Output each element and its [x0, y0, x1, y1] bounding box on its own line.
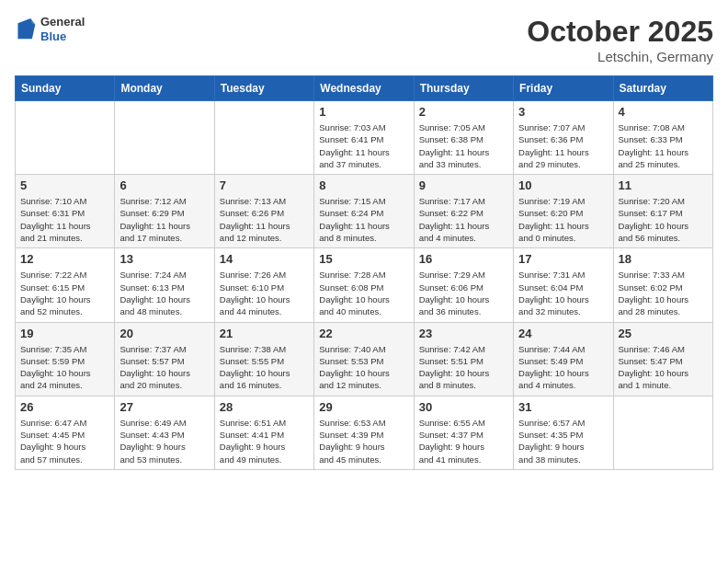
cell-day-number: 26 [20, 400, 109, 414]
cell-info-text: Sunrise: 7:15 AM Sunset: 6:24 PM Dayligh… [319, 195, 408, 244]
calendar-cell: 8Sunrise: 7:15 AM Sunset: 6:24 PM Daylig… [314, 175, 414, 248]
cell-day-number: 25 [619, 327, 708, 340]
cell-day-number: 29 [319, 400, 408, 414]
calendar-cell [115, 101, 214, 175]
calendar-cell: 29Sunrise: 6:53 AM Sunset: 4:39 PM Dayli… [314, 396, 414, 469]
cell-day-number: 6 [119, 178, 209, 192]
cell-day-number: 16 [419, 252, 508, 266]
logo-general: General [40, 15, 85, 29]
cell-info-text: Sunrise: 7:20 AM Sunset: 6:17 PM Dayligh… [619, 195, 708, 244]
cell-info-text: Sunrise: 6:49 AM Sunset: 4:43 PM Dayligh… [119, 417, 209, 465]
calendar-cell: 16Sunrise: 7:29 AM Sunset: 6:06 PM Dayli… [414, 248, 513, 322]
cell-day-number: 1 [319, 105, 408, 119]
cell-info-text: Sunrise: 7:08 AM Sunset: 6:33 PM Dayligh… [619, 121, 708, 170]
calendar-cell: 26Sunrise: 6:47 AM Sunset: 4:45 PM Dayli… [16, 396, 115, 469]
cell-day-number: 27 [119, 400, 209, 414]
calendar-cell: 21Sunrise: 7:38 AM Sunset: 5:55 PM Dayli… [214, 322, 313, 396]
cell-info-text: Sunrise: 7:07 AM Sunset: 6:36 PM Dayligh… [518, 121, 608, 170]
cell-day-number: 30 [419, 400, 508, 414]
cell-day-number: 24 [518, 327, 608, 340]
cell-info-text: Sunrise: 7:26 AM Sunset: 6:10 PM Dayligh… [220, 269, 309, 317]
cell-day-number: 31 [518, 400, 608, 414]
cell-day-number: 15 [319, 252, 408, 266]
cell-day-number: 23 [419, 327, 508, 340]
cell-info-text: Sunrise: 7:13 AM Sunset: 6:26 PM Dayligh… [220, 195, 309, 244]
cell-info-text: Sunrise: 7:33 AM Sunset: 6:02 PM Dayligh… [619, 269, 708, 317]
location: Letschin, Germany [527, 49, 713, 64]
weekday-header-monday: Monday [115, 76, 214, 101]
calendar-cell [613, 396, 712, 469]
cell-info-text: Sunrise: 7:12 AM Sunset: 6:29 PM Dayligh… [119, 195, 209, 244]
calendar-cell: 9Sunrise: 7:17 AM Sunset: 6:22 PM Daylig… [414, 175, 513, 248]
page-header: General Blue October 2025 Letschin, Germ… [15, 15, 713, 64]
cell-day-number: 18 [619, 252, 708, 266]
cell-info-text: Sunrise: 7:35 AM Sunset: 5:59 PM Dayligh… [20, 343, 109, 392]
cell-info-text: Sunrise: 6:51 AM Sunset: 4:41 PM Dayligh… [220, 417, 309, 465]
week-row-0: 1Sunrise: 7:03 AM Sunset: 6:41 PM Daylig… [16, 101, 713, 175]
cell-day-number: 17 [518, 252, 608, 266]
cell-day-number: 8 [319, 178, 408, 192]
cell-info-text: Sunrise: 7:40 AM Sunset: 5:53 PM Dayligh… [319, 343, 408, 392]
cell-day-number: 28 [220, 400, 309, 414]
calendar-cell: 3Sunrise: 7:07 AM Sunset: 6:36 PM Daylig… [514, 101, 613, 175]
weekday-header-tuesday: Tuesday [214, 76, 313, 101]
cell-day-number: 21 [220, 327, 309, 340]
cell-day-number: 5 [20, 178, 109, 192]
calendar-table: SundayMondayTuesdayWednesdayThursdayFrid… [15, 75, 713, 470]
calendar-cell: 19Sunrise: 7:35 AM Sunset: 5:59 PM Dayli… [16, 322, 115, 396]
calendar-cell: 15Sunrise: 7:28 AM Sunset: 6:08 PM Dayli… [314, 248, 414, 322]
cell-info-text: Sunrise: 7:42 AM Sunset: 5:51 PM Dayligh… [419, 343, 508, 392]
cell-day-number: 12 [20, 252, 109, 266]
cell-info-text: Sunrise: 7:03 AM Sunset: 6:41 PM Dayligh… [319, 121, 408, 170]
month-title: October 2025 [527, 15, 713, 49]
cell-info-text: Sunrise: 7:10 AM Sunset: 6:31 PM Dayligh… [20, 195, 109, 244]
calendar-cell: 14Sunrise: 7:26 AM Sunset: 6:10 PM Dayli… [214, 248, 313, 322]
calendar-cell: 23Sunrise: 7:42 AM Sunset: 5:51 PM Dayli… [414, 322, 513, 396]
calendar-cell: 24Sunrise: 7:44 AM Sunset: 5:49 PM Dayli… [514, 322, 613, 396]
cell-info-text: Sunrise: 7:29 AM Sunset: 6:06 PM Dayligh… [419, 269, 508, 317]
calendar-cell: 7Sunrise: 7:13 AM Sunset: 6:26 PM Daylig… [214, 175, 313, 248]
calendar-cell: 31Sunrise: 6:57 AM Sunset: 4:35 PM Dayli… [514, 396, 613, 469]
calendar-cell: 12Sunrise: 7:22 AM Sunset: 6:15 PM Dayli… [16, 248, 115, 322]
cell-info-text: Sunrise: 6:57 AM Sunset: 4:35 PM Dayligh… [518, 417, 608, 465]
weekday-header-sunday: Sunday [16, 76, 115, 101]
cell-info-text: Sunrise: 7:19 AM Sunset: 6:20 PM Dayligh… [518, 195, 608, 244]
cell-day-number: 22 [319, 327, 408, 340]
calendar-cell: 22Sunrise: 7:40 AM Sunset: 5:53 PM Dayli… [314, 322, 414, 396]
cell-day-number: 19 [20, 327, 109, 340]
calendar-cell: 2Sunrise: 7:05 AM Sunset: 6:38 PM Daylig… [414, 101, 513, 175]
weekday-header-saturday: Saturday [613, 76, 712, 101]
week-row-3: 19Sunrise: 7:35 AM Sunset: 5:59 PM Dayli… [16, 322, 713, 396]
calendar-cell: 30Sunrise: 6:55 AM Sunset: 4:37 PM Dayli… [414, 396, 513, 469]
cell-day-number: 7 [220, 178, 309, 192]
calendar-cell: 4Sunrise: 7:08 AM Sunset: 6:33 PM Daylig… [613, 101, 712, 175]
week-row-4: 26Sunrise: 6:47 AM Sunset: 4:45 PM Dayli… [16, 396, 713, 469]
calendar-cell: 13Sunrise: 7:24 AM Sunset: 6:13 PM Dayli… [115, 248, 214, 322]
cell-day-number: 3 [518, 105, 608, 119]
calendar-cell: 5Sunrise: 7:10 AM Sunset: 6:31 PM Daylig… [16, 175, 115, 248]
cell-info-text: Sunrise: 6:47 AM Sunset: 4:45 PM Dayligh… [20, 417, 109, 465]
calendar-cell: 18Sunrise: 7:33 AM Sunset: 6:02 PM Dayli… [613, 248, 712, 322]
cell-info-text: Sunrise: 7:24 AM Sunset: 6:13 PM Dayligh… [119, 269, 209, 317]
cell-day-number: 4 [619, 105, 708, 119]
weekday-header-row: SundayMondayTuesdayWednesdayThursdayFrid… [16, 76, 713, 101]
cell-day-number: 14 [220, 252, 309, 266]
logo-text: General Blue [40, 15, 85, 43]
calendar-cell: 28Sunrise: 6:51 AM Sunset: 4:41 PM Dayli… [214, 396, 313, 469]
cell-info-text: Sunrise: 7:17 AM Sunset: 6:22 PM Dayligh… [419, 195, 508, 244]
cell-day-number: 2 [419, 105, 508, 119]
cell-info-text: Sunrise: 6:55 AM Sunset: 4:37 PM Dayligh… [419, 417, 508, 465]
week-row-2: 12Sunrise: 7:22 AM Sunset: 6:15 PM Dayli… [16, 248, 713, 322]
cell-info-text: Sunrise: 7:46 AM Sunset: 5:47 PM Dayligh… [619, 343, 708, 392]
cell-day-number: 13 [119, 252, 209, 266]
calendar-cell: 25Sunrise: 7:46 AM Sunset: 5:47 PM Dayli… [613, 322, 712, 396]
cell-info-text: Sunrise: 7:28 AM Sunset: 6:08 PM Dayligh… [319, 269, 408, 317]
title-block: October 2025 Letschin, Germany [527, 15, 713, 64]
logo-icon [15, 17, 37, 42]
cell-day-number: 10 [518, 178, 608, 192]
cell-day-number: 20 [119, 327, 209, 340]
calendar-cell: 6Sunrise: 7:12 AM Sunset: 6:29 PM Daylig… [115, 175, 214, 248]
cell-info-text: Sunrise: 7:22 AM Sunset: 6:15 PM Dayligh… [20, 269, 109, 317]
cell-info-text: Sunrise: 7:44 AM Sunset: 5:49 PM Dayligh… [518, 343, 608, 392]
week-row-1: 5Sunrise: 7:10 AM Sunset: 6:31 PM Daylig… [16, 175, 713, 248]
